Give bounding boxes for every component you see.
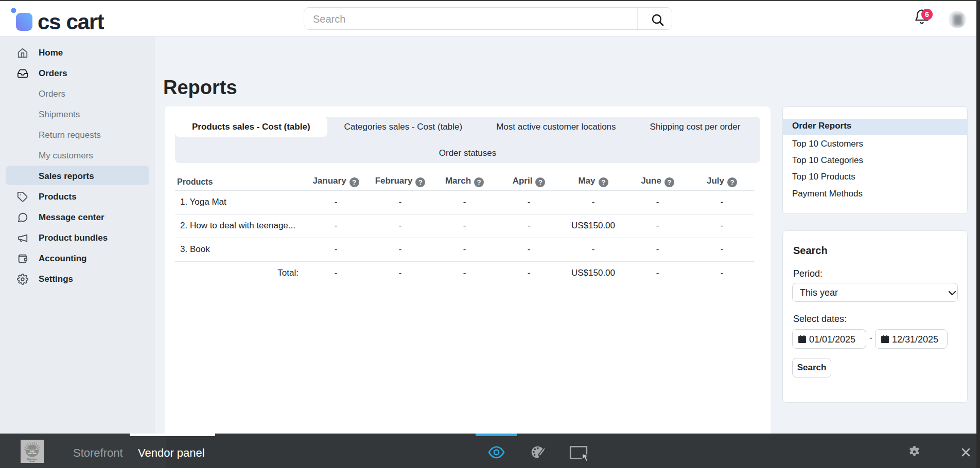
svg-text:Vendor: Vendor	[29, 460, 36, 462]
